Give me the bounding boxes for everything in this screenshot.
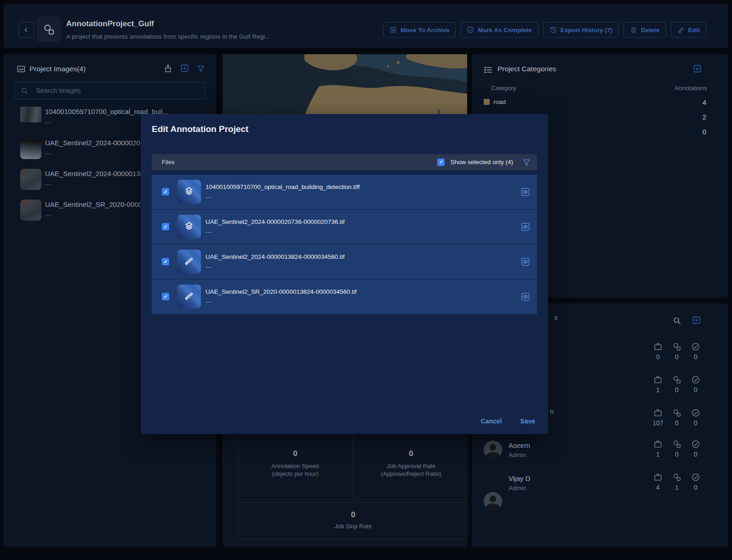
jobs-icon [653,440,663,449]
user-stat-value: 0 [694,451,698,458]
project-categories-title: Project Categories [498,65,556,73]
image-search-field [15,82,205,99]
approved-icon [691,342,700,351]
file-name: 1040010059710700_optical_road_building_d… [206,183,360,190]
category-count: 0 [703,128,706,136]
add-image-icon[interactable] [180,64,189,73]
delete-button[interactable]: Delete [623,22,666,38]
export-history-button[interactable]: Export History (7) [543,22,619,38]
file-name: UAE_Sentinel2_2024-0000013824-0000034560… [206,253,345,260]
file-checkbox[interactable]: ✓ [162,293,169,300]
annotations-icon [672,375,681,384]
list-icon [484,65,493,74]
preview-icon[interactable] [521,223,530,231]
files-label: Files [162,159,174,166]
category-count: 4 [703,98,706,106]
pencil-icon [677,26,685,34]
annotations-icon [672,473,681,482]
mark-as-complete-label: Mark As Complete [478,27,532,34]
user-search-icon[interactable] [673,316,681,325]
user-stats: 0 0 0 [649,342,704,360]
user-stats: 4 1 0 [649,473,704,491]
image-meta: --- [45,119,51,126]
move-to-archive-button[interactable]: Move To Archive [383,22,456,38]
category-row[interactable]: road [484,98,506,105]
edit-label: Edit [688,27,700,34]
filter-icon[interactable] [197,64,205,73]
user-stats: 1 0 0 [649,375,704,394]
user-stat-value: 4 [656,484,660,491]
image-meta: --- [45,181,51,188]
annotations-icon [672,408,681,417]
approved-icon [691,473,700,482]
search-input[interactable] [35,86,199,95]
user-stat-value: 1 [656,451,660,458]
add-category-icon[interactable] [693,64,702,73]
add-user-icon[interactable] [692,316,701,325]
upload-icon[interactable] [164,64,172,73]
annotation-speed-label: Annotation Speed [238,462,352,470]
approved-icon [691,408,700,417]
preview-icon[interactable] [521,257,530,266]
jobs-icon [653,473,663,482]
archive-down-icon [389,26,397,34]
job-skip-value: 0 [238,510,468,520]
file-type-tile [177,215,201,239]
page-title: AnnotationProject_Gulf [66,19,154,29]
job-skip-card: 0 Job Skip Rate [238,503,469,539]
approved-icon [691,440,700,449]
file-checkbox[interactable]: ✓ [162,188,169,195]
cancel-button[interactable]: Cancel [480,417,502,425]
file-name: UAE_Sentinel2_SR_2020-0000013824-0000034… [206,288,357,295]
preview-icon[interactable] [521,188,530,196]
move-to-archive-label: Move To Archive [400,27,450,34]
approved-icon [691,375,700,384]
project-type-icon [37,17,61,42]
preview-icon[interactable] [521,292,530,301]
user-role: Admin [509,485,526,491]
file-row[interactable]: ✓ UAE_Sentinel2_2024-0000020736-00000207… [152,210,537,244]
back-button[interactable] [18,22,34,38]
file-meta: --- [206,263,212,270]
file-row[interactable]: ✓ 1040010059710700_optical_road_building… [152,175,537,209]
edit-button[interactable]: Edit [671,22,707,38]
category-column-header: Category [491,85,516,91]
modal-title: Edit Annotation Project [152,124,248,134]
show-selected-label: Show selected only (4) [450,159,513,166]
file-checkbox[interactable]: ✓ [162,258,169,265]
annotations-column-header: Annotations [675,85,707,91]
modal-filter-icon[interactable] [522,158,531,166]
avatar [484,492,502,510]
user-stats: 107 0 0 [649,408,704,427]
category-count: 2 [703,113,706,121]
user-stat-value: 0 [694,386,698,394]
trash-icon [630,26,637,34]
file-checkbox[interactable]: ✓ [162,223,169,230]
jobs-icon [653,342,663,351]
chevron-left-icon [23,26,30,34]
image-meta: --- [45,211,51,218]
files-header-bar: Files ✓ Show selected only (4) [152,154,537,170]
annotation-speed-value: 0 [238,449,352,458]
show-selected-checkbox[interactable]: ✓ [437,159,445,166]
delete-label: Delete [641,27,660,34]
file-meta: --- [206,194,212,200]
user-stat-value: 0 [675,386,679,394]
user-name-fragment: n [550,407,554,415]
users-panel-title-fragment: s [554,314,558,322]
save-button[interactable]: Save [520,417,535,425]
header-bar: AnnotationProject_Gulf A project that pr… [4,4,728,48]
image-thumbnail [20,138,41,159]
jobs-icon [653,408,663,417]
edit-annotation-project-modal: Edit Annotation Project Files ✓ Show sel… [141,114,548,434]
history-clock-icon [549,26,557,34]
file-meta: --- [206,298,212,305]
file-row[interactable]: ✓ UAE_Sentinel2_SR_2020-0000013824-00000… [152,280,537,314]
user-stat-value: 0 [675,451,679,458]
project-description: A project that presents annotations from… [66,33,270,40]
file-type-tile [177,250,201,274]
file-row[interactable]: ✓ UAE_Sentinel2_2024-0000013824-00000345… [152,245,537,279]
user-stat-value: 1 [656,386,660,394]
mark-as-complete-button[interactable]: Mark As Complete [460,22,538,38]
category-name: road [493,98,506,105]
